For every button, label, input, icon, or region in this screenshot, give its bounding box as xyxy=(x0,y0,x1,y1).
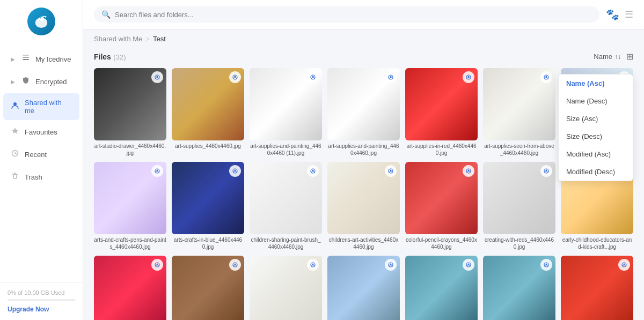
file-item[interactable]: paint-bruches-in-bucket_4460x4460 (11).j… xyxy=(405,256,478,320)
file-share-icon xyxy=(385,71,397,83)
svg-rect-2 xyxy=(23,59,29,60)
file-name: arts-and-crafts-pens-and-paints_4460x446… xyxy=(94,236,166,250)
file-item[interactable]: arts-crafts-in-blue_4460x4460.jpg xyxy=(172,162,244,250)
sort-button[interactable]: Name ↑↓ xyxy=(594,53,621,61)
files-title: Files xyxy=(94,53,111,61)
logo-container xyxy=(0,0,83,43)
file-name: art-supplies-and-painting_4460x4460.jpg xyxy=(327,143,400,157)
file-share-icon xyxy=(463,165,474,177)
file-name: arts-crafts-in-blue_4460x4460.jpg xyxy=(172,236,244,250)
breadcrumb-parent[interactable]: Shared with Me xyxy=(94,35,142,43)
file-name: childrens-art-activities_4460x4460.jpg xyxy=(327,236,400,250)
file-share-icon xyxy=(307,165,319,177)
file-share-icon xyxy=(540,165,552,177)
sort-option-size-desc[interactable]: Size (Desc) xyxy=(559,128,633,145)
sidebar-item-my-icedrive[interactable]: ▶ My Icedrive xyxy=(3,48,79,70)
search-wrapper: 🔍 xyxy=(94,6,599,23)
sidebar-item-recent[interactable]: Recent xyxy=(3,144,79,165)
file-name: art-supplies-in-red_4460x4460.jpg xyxy=(405,143,478,157)
sidebar-item-encrypted[interactable]: ▶ Encrypted xyxy=(3,71,79,92)
file-share-icon xyxy=(307,71,319,83)
view-toggle-button[interactable]: ⊞ xyxy=(626,51,633,62)
file-item[interactable]: paint-bruches-in-bucket_4460x4460.jpg xyxy=(483,256,555,320)
file-share-icon xyxy=(385,165,397,177)
svg-rect-10 xyxy=(13,174,17,178)
clock-icon xyxy=(11,149,19,160)
file-share-icon xyxy=(229,165,241,177)
breadcrumb-separator: > xyxy=(145,35,150,43)
upgrade-button[interactable]: Upgrade Now xyxy=(8,306,49,313)
svg-point-1 xyxy=(43,17,45,18)
file-share-icon xyxy=(151,71,163,83)
file-item[interactable]: colorful-pencil-crayons_4460x4460.jpg xyxy=(405,162,478,250)
svg-rect-4 xyxy=(23,55,29,56)
file-item[interactable]: art-supplies-in-red_4460x4460.jpg xyxy=(405,68,478,157)
file-item[interactable]: children-sharing-paint-brush_4460x4460.j… xyxy=(250,162,322,250)
sort-option-modified-asc[interactable]: Modified (Asc) xyxy=(559,145,633,163)
file-share-icon xyxy=(618,259,630,271)
svg-marker-6 xyxy=(12,128,18,134)
files-header: Files (32) Name ↑↓ ⊞ xyxy=(94,51,633,62)
file-item[interactable]: art-supplies-and-painting_4460x4460 (11)… xyxy=(250,68,322,157)
paw-icon[interactable]: 🐾 xyxy=(606,8,619,21)
sidebar-item-shared[interactable]: Shared with me xyxy=(3,93,79,120)
file-share-icon xyxy=(540,71,552,83)
sort-option-name-desc[interactable]: Name (Desc) xyxy=(559,92,633,110)
trash-icon xyxy=(11,172,19,182)
file-name: art-supplies-and-painting_4460x4460 (11)… xyxy=(250,143,322,157)
file-item[interactable]: kids-paint-station_4460x4460.jpg xyxy=(327,256,400,320)
sort-option-modified-desc[interactable]: Modified (Desc) xyxy=(559,163,633,181)
file-item[interactable]: childrens-art-activities_4460x4460.jpg xyxy=(327,162,400,250)
file-name: art-supplies_4460x4460.jpg xyxy=(172,143,244,150)
sort-arrow-icon: ↑↓ xyxy=(614,53,621,61)
breadcrumb-current: Test xyxy=(153,35,166,43)
shield-icon xyxy=(21,76,30,87)
sidebar-nav: ▶ My Icedrive ▶ Encrypted xyxy=(0,43,83,282)
file-item[interactable]: art-supplies-and-painting_4460x4460.jpg xyxy=(327,68,400,157)
sidebar-label-recent: Recent xyxy=(25,151,47,159)
sort-dropdown: Name (Asc) Name (Desc) Size (Asc) Size (… xyxy=(558,74,633,181)
sidebar-label-encrypted: Encrypted xyxy=(35,78,67,86)
file-item[interactable]: art-supplies_4460x4460.jpg xyxy=(172,68,244,157)
file-item[interactable]: arts-and-crafts-pens-and-paints_4460x446… xyxy=(94,162,166,250)
svg-line-9 xyxy=(15,153,17,154)
sort-option-name-asc[interactable]: Name (Asc) xyxy=(559,75,633,92)
file-item[interactable]: kids-arts-and-crafts_4460x4460.jpg xyxy=(250,256,322,320)
file-item[interactable]: kids-art-project_4460x4460.jpg xyxy=(172,256,244,320)
search-input[interactable] xyxy=(115,11,592,19)
file-share-icon xyxy=(151,165,163,177)
files-grid: art-studio-drawer_4460x4460.jpgart-suppl… xyxy=(94,68,633,320)
file-name: colorful-pencil-crayons_4460x4460.jpg xyxy=(405,236,478,250)
person-icon xyxy=(11,101,19,112)
files-title-area: Files (32) xyxy=(94,52,126,62)
star-icon xyxy=(11,126,19,137)
file-name: art-supplies-seen-from-above_4460x4460.j… xyxy=(483,143,555,157)
sidebar-item-trash[interactable]: Trash xyxy=(3,166,79,188)
svg-rect-3 xyxy=(23,57,29,58)
sort-label: Name xyxy=(594,53,612,61)
sidebar-footer: 0% of 10.00 GB Used Upgrade Now xyxy=(0,282,83,320)
file-name: creating-with-reds_4460x4460.jpg xyxy=(483,236,555,250)
search-icon: 🔍 xyxy=(101,10,111,19)
file-share-icon xyxy=(540,259,552,271)
file-item[interactable]: art-studio-drawer_4460x4460.jpg xyxy=(94,68,166,157)
sidebar-label-favourites: Favourites xyxy=(25,128,57,136)
sidebar-label-my-icedrive: My Icedrive xyxy=(35,55,71,63)
storage-bar xyxy=(8,299,75,301)
file-item[interactable]: hot-pink-and-reds-house-paint_4460x4460.… xyxy=(94,256,166,320)
storage-text: 0% of 10.00 GB Used xyxy=(8,289,75,296)
file-item[interactable]: paint-brushes-palette-canvas_4460x4460.j… xyxy=(561,256,633,320)
sidebar-label-trash: Trash xyxy=(25,173,42,181)
sort-option-size-asc[interactable]: Size (Asc) xyxy=(559,110,633,128)
menu-icon[interactable]: ☰ xyxy=(625,9,633,20)
file-share-icon xyxy=(229,259,241,271)
file-item[interactable]: creating-with-reds_4460x4460.jpg xyxy=(483,162,555,250)
file-item[interactable]: art-supplies-seen-from-above_4460x4460.j… xyxy=(483,68,555,157)
sidebar-item-favourites[interactable]: Favourites xyxy=(3,121,79,143)
file-name: children-sharing-paint-brush_4460x4460.j… xyxy=(250,236,322,250)
layers-icon xyxy=(21,54,30,64)
file-share-icon xyxy=(463,259,474,271)
breadcrumb: Shared with Me > Test xyxy=(83,29,644,46)
file-name: early-childhood-educators-and-kids-craft… xyxy=(561,236,633,250)
content-area: Files (32) Name ↑↓ ⊞ Name (Asc) Name (De… xyxy=(83,46,644,320)
